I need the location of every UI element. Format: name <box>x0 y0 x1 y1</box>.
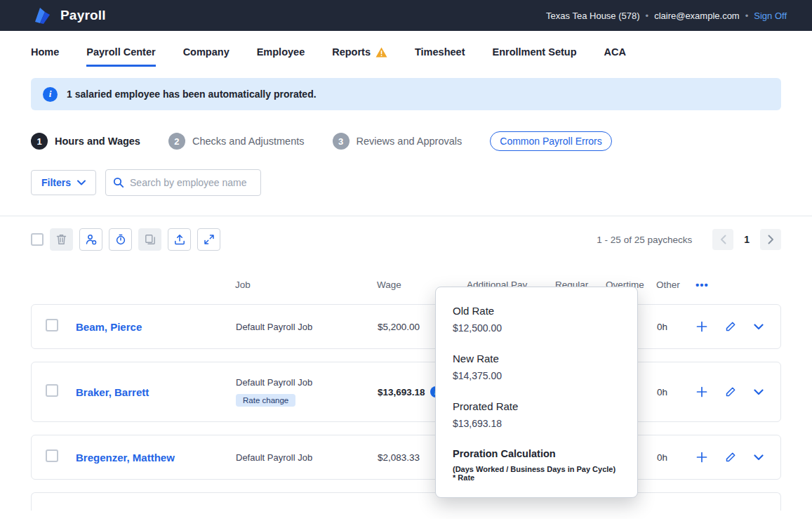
popover-field-value: $12,500.00 <box>453 322 620 334</box>
expand-row-button[interactable] <box>754 389 764 395</box>
job-label: Default Payroll Job <box>236 452 312 463</box>
separator-dot: • <box>745 11 749 21</box>
payroll-stepper: 1 Hours and Wages 2 Checks and Adjustmen… <box>31 131 781 151</box>
edit-button[interactable] <box>725 386 736 398</box>
payroll-logo-icon <box>32 6 52 25</box>
filters-button[interactable]: Filters <box>31 170 96 195</box>
popover-field-label: Proration Calculation <box>453 448 620 459</box>
section-divider <box>0 216 812 216</box>
filters-row: Filters <box>31 169 781 196</box>
common-payroll-errors-button[interactable]: Common Payroll Errors <box>490 131 611 151</box>
more-columns-button[interactable]: ••• <box>695 279 767 291</box>
prev-page-button <box>712 229 733 250</box>
table-header-row: Job Wage Additional Pay Regular Overtime… <box>31 279 781 291</box>
table-row: Bregenzer, Matthew Default Payroll Job $… <box>31 435 781 480</box>
search-input[interactable] <box>130 177 253 188</box>
employee-settings-button[interactable] <box>79 228 102 251</box>
topbar: Payroll Texas Tea House (578) • claire@e… <box>0 0 812 31</box>
popover-field-value: $14,375.00 <box>453 370 620 381</box>
employee-search[interactable] <box>105 169 261 196</box>
step-hours-and-wages[interactable]: 1 Hours and Wages <box>31 133 140 150</box>
main-nav: Home Payroll Center Company Employee Rep… <box>0 31 812 67</box>
row-checkbox[interactable] <box>46 384 58 397</box>
select-all-checkbox[interactable] <box>31 233 44 246</box>
table-row: Beam, Pierce Default Payroll Job $5,200.… <box>31 304 781 349</box>
warning-icon <box>375 47 387 58</box>
other-hours: 0h <box>657 322 696 332</box>
popover-field-label: New Rate <box>453 353 620 364</box>
header-job: Job <box>235 280 377 290</box>
row-checkbox[interactable] <box>46 449 58 462</box>
step-number: 1 <box>31 133 48 150</box>
company-name: Texas Tea House (578) <box>546 11 639 21</box>
other-hours: 0h <box>657 452 696 463</box>
sign-off-link[interactable]: Sign Off <box>754 11 787 21</box>
current-page: 1 <box>744 234 750 245</box>
step-number: 3 <box>333 133 350 150</box>
separator-dot: • <box>646 11 649 21</box>
step-label: Reviews and Approvals <box>357 136 462 147</box>
add-pay-button[interactable] <box>696 452 707 463</box>
step-reviews-and-approvals[interactable]: 3 Reviews and Approvals <box>333 133 462 150</box>
chevron-down-icon <box>77 180 86 185</box>
info-icon: i <box>43 87 58 102</box>
popover-field-label: Old Rate <box>453 305 620 317</box>
edit-button[interactable] <box>725 321 736 332</box>
header-other: Other <box>656 280 695 290</box>
tab-enrollment-setup[interactable]: Enrollment Setup <box>492 46 576 65</box>
tab-aca[interactable]: ACA <box>604 46 626 65</box>
banner-message: 1 salaried employee has been automatical… <box>67 88 317 100</box>
copy-button <box>138 228 161 251</box>
popover-field-value: $13,693.18 <box>453 418 620 429</box>
tab-company[interactable]: Company <box>183 46 229 65</box>
table-toolbar: 1 - 25 of 25 paychecks 1 <box>31 228 781 251</box>
user-email: claire@example.com <box>654 11 740 21</box>
tab-reports[interactable]: Reports <box>332 46 387 65</box>
pagination-range: 1 - 25 of 25 paychecks <box>597 235 692 245</box>
tab-employee[interactable]: Employee <box>257 46 305 65</box>
tab-home[interactable]: Home <box>31 46 59 65</box>
job-label: Default Payroll Job <box>236 322 312 332</box>
app-title: Payroll <box>60 8 106 23</box>
step-label: Hours and Wages <box>55 136 140 147</box>
popover-formula: (Days Worked / Business Days in Pay Cycl… <box>453 465 620 482</box>
expand-row-button[interactable] <box>754 454 764 461</box>
row-checkbox[interactable] <box>46 319 58 331</box>
add-pay-button[interactable] <box>696 386 707 398</box>
paycheck-list: Beam, Pierce Default Payroll Job $5,200.… <box>31 304 781 511</box>
step-number: 2 <box>168 133 185 150</box>
employee-name-link[interactable]: Beam, Pierce <box>76 321 236 333</box>
delete-button <box>50 228 73 251</box>
wage-value: $13,693.18 <box>378 387 425 398</box>
timer-button[interactable] <box>109 228 132 251</box>
table-row <box>31 492 781 511</box>
upload-button[interactable] <box>168 228 191 251</box>
tab-payroll-center[interactable]: Payroll Center <box>86 46 155 67</box>
proration-info-banner: i 1 salaried employee has been automatic… <box>31 78 781 110</box>
rate-change-badge: Rate change <box>236 394 295 407</box>
table-row: Braker, Barrett Default Payroll Job Rate… <box>31 362 781 422</box>
expand-row-button[interactable] <box>754 324 764 330</box>
tab-timesheet[interactable]: Timesheet <box>415 46 465 65</box>
step-label: Checks and Adjustments <box>192 136 305 147</box>
employee-name-link[interactable]: Bregenzer, Matthew <box>76 452 236 464</box>
rate-change-popover: Old Rate $12,500.00 New Rate $14,375.00 … <box>435 287 638 498</box>
next-page-button[interactable] <box>760 229 781 250</box>
popover-field-label: Prorated Rate <box>453 400 620 412</box>
add-pay-button[interactable] <box>696 321 707 332</box>
employee-name-link[interactable]: Braker, Barrett <box>76 386 236 398</box>
edit-button[interactable] <box>725 452 736 463</box>
other-hours: 0h <box>657 387 696 398</box>
job-label: Default Payroll Job <box>236 377 312 388</box>
expand-button[interactable] <box>197 228 220 251</box>
search-icon <box>113 177 124 188</box>
step-checks-and-adjustments[interactable]: 2 Checks and Adjustments <box>168 133 305 150</box>
